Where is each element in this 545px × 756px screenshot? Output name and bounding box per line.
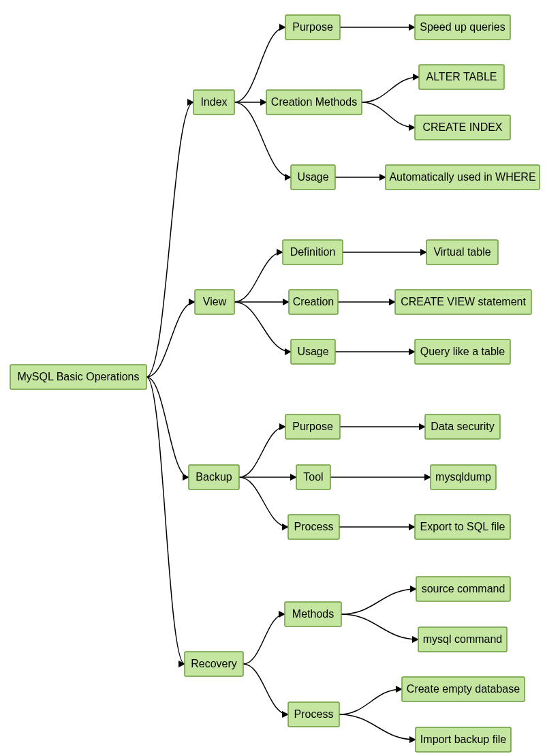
node-backup_process: Process: [288, 515, 339, 539]
node-methods: Methods: [285, 602, 341, 626]
edge-recovery_process-to-create_empty_db: [339, 689, 402, 714]
node-creation: Creation: [289, 290, 338, 314]
node-root: MySQL Basic Operations: [10, 365, 146, 389]
node-source_command: source command: [416, 577, 510, 601]
node-label: source command: [422, 583, 505, 594]
edge-creation_methods-to-create_index: [362, 102, 415, 127]
node-label: Usage: [297, 346, 328, 357]
node-label: Usage: [297, 171, 328, 183]
node-label: Methods: [292, 608, 334, 620]
node-view_usage: Usage: [291, 339, 335, 364]
node-label: mysql command: [423, 633, 502, 645]
node-label: Index: [200, 96, 227, 108]
edge-backup-to-backup_process: [239, 477, 288, 527]
node-label: Tool: [303, 471, 323, 483]
node-mysql_command: mysql command: [418, 627, 507, 652]
edge-recovery_process-to-import_backup: [339, 714, 416, 740]
node-index_usage: Usage: [291, 165, 335, 190]
node-label: Purpose: [292, 421, 333, 432]
node-label: CREATE INDEX: [422, 121, 502, 133]
node-virtual_table: Virtual table: [426, 240, 498, 264]
node-tool: Tool: [296, 465, 330, 489]
node-label: Automatically used in WHERE: [389, 171, 535, 183]
edge-view-to-definition: [234, 252, 283, 302]
node-backup_purpose: Purpose: [285, 414, 340, 439]
edge-root-to-index: [146, 102, 193, 377]
node-alter_table: ALTER TABLE: [419, 65, 504, 89]
node-label: Backup: [196, 471, 232, 483]
node-data_security: Data security: [425, 414, 500, 439]
node-label: MySQL Basic Operations: [17, 371, 139, 382]
node-creation_methods: Creation Methods: [266, 90, 362, 115]
node-index_purpose: Purpose: [285, 15, 340, 40]
node-speed_up: Speed up queries: [415, 15, 510, 40]
node-label: Recovery: [191, 658, 237, 669]
edge-methods-to-mysql_command: [341, 614, 418, 639]
node-create_empty_db: Create empty database: [402, 677, 525, 701]
node-label: Process: [294, 521, 334, 532]
node-backup: Backup: [189, 465, 239, 489]
node-import_backup: Import backup file: [416, 727, 511, 752]
mysql-diagram: MySQL Basic OperationsIndexPurposeSpeed …: [0, 0, 545, 756]
node-label: ALTER TABLE: [426, 71, 497, 82]
node-label: Process: [294, 708, 334, 720]
node-label: Creation: [293, 296, 334, 307]
node-label: View: [203, 296, 227, 307]
edge-backup-to-backup_purpose: [239, 427, 285, 477]
node-label: Import backup file: [420, 734, 506, 745]
node-query_like_table: Query like a table: [415, 339, 510, 364]
edge-recovery-to-methods: [243, 614, 285, 664]
edge-view-to-view_usage: [234, 302, 291, 352]
node-view: View: [195, 290, 234, 314]
node-label: Creation Methods: [271, 96, 357, 108]
node-label: Data security: [431, 421, 494, 432]
node-create_view: CREATE VIEW statement: [395, 290, 531, 314]
edge-recovery-to-recovery_process: [243, 664, 288, 714]
node-recovery_process: Process: [288, 702, 339, 727]
node-index: Index: [193, 90, 234, 115]
node-label: Query like a table: [420, 346, 505, 357]
node-label: Export to SQL file: [420, 521, 505, 532]
node-label: mysqldump: [435, 471, 491, 483]
node-label: Create empty database: [407, 683, 520, 695]
edge-methods-to-source_command: [341, 589, 416, 614]
node-label: CREATE VIEW statement: [401, 296, 526, 307]
node-label: Purpose: [292, 21, 333, 33]
node-label: Virtual table: [433, 246, 490, 258]
node-label: Definition: [290, 246, 336, 258]
edge-creation_methods-to-alter_table: [362, 77, 419, 102]
node-recovery: Recovery: [185, 652, 243, 676]
node-definition: Definition: [283, 240, 343, 264]
node-label: Speed up queries: [420, 21, 505, 33]
node-create_index: CREATE INDEX: [415, 115, 510, 140]
node-auto_where: Automatically used in WHERE: [386, 165, 540, 190]
node-mysqldump: mysqldump: [431, 465, 496, 489]
node-export_sql: Export to SQL file: [415, 515, 510, 539]
